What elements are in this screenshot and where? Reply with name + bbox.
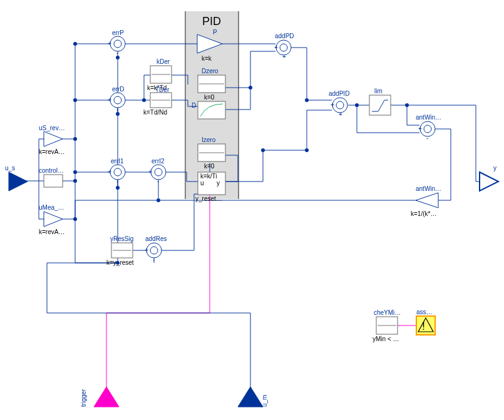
svg-marker-22	[44, 131, 63, 146]
svg-text:D: D	[192, 102, 196, 109]
svg-text:errI2: errI2	[152, 158, 165, 165]
control-block: control…	[39, 167, 64, 187]
svg-text:addRes: addRes	[145, 235, 167, 242]
svg-text:Izero: Izero	[202, 136, 216, 143]
svg-text:yMin < …: yMin < …	[373, 335, 399, 342]
svg-text:-: -	[157, 178, 159, 185]
svg-text:antWin…: antWin…	[416, 185, 441, 192]
us-rev-gain: uS_rev… k=revA…	[39, 125, 65, 155]
svg-text:k=k/Ti: k=k/Ti	[200, 173, 217, 180]
svg-text:k=revA…: k=revA…	[39, 228, 64, 235]
svg-text:-: -	[116, 49, 118, 56]
svg-text:control…: control…	[39, 167, 64, 174]
svg-point-21	[157, 198, 160, 202]
svg-text:uS_rev…: uS_rev…	[39, 125, 65, 131]
svg-text:-: -	[426, 135, 428, 141]
svg-text:Dzero: Dzero	[202, 68, 219, 74]
svg-point-18	[355, 103, 359, 107]
umea-gain: uMea_… k=revA…	[39, 204, 64, 235]
svg-marker-119	[238, 387, 263, 407]
svg-text:-: -	[116, 178, 118, 185]
svg-point-15	[305, 148, 309, 152]
svg-text:k=0: k=0	[204, 163, 215, 170]
svg-text:k=y_reset: k=y_reset	[106, 259, 134, 266]
svg-text:+: +	[148, 168, 152, 175]
svg-text:lim: lim	[374, 88, 383, 95]
svg-text:+: +	[274, 44, 278, 51]
svg-text:u_s: u_s	[5, 165, 15, 172]
svg-text:k=1/(k*…: k=1/(k*…	[411, 210, 436, 217]
antwin2-gain: antWin… k=1/(k*…	[411, 185, 441, 217]
svg-rect-86	[369, 95, 391, 115]
svg-marker-115	[480, 172, 498, 191]
addres-adder: addRes + -	[145, 235, 167, 263]
svg-text:k=revA…: k=revA…	[39, 148, 64, 155]
svg-text:+: +	[331, 101, 334, 108]
svg-text:yResSig: yResSig	[110, 235, 133, 242]
svg-text:k=0: k=0	[204, 94, 215, 101]
svg-point-3	[73, 179, 77, 183]
svg-text:+: +	[145, 247, 148, 254]
svg-text:cheYMi…: cheYMi…	[374, 309, 401, 316]
svg-text:kDer: kDer	[157, 58, 170, 65]
svg-text:+: +	[418, 125, 422, 132]
svg-text:P: P	[213, 29, 217, 36]
svg-text:+: +	[282, 53, 286, 60]
svg-text:uMea_…: uMea_…	[39, 204, 64, 211]
svg-text:errD: errD	[112, 86, 124, 93]
erri2-adder: errI2 + -	[148, 158, 166, 185]
svg-text:+: +	[339, 111, 342, 118]
svg-text:errP: errP	[112, 29, 124, 36]
svg-text:u: u	[200, 180, 204, 187]
addpd-adder: addPD + +	[274, 33, 294, 60]
svg-text:errI1: errI1	[111, 158, 124, 165]
svg-point-12	[142, 98, 146, 102]
cheymi-block: cheYMi… yMin < …	[373, 309, 401, 342]
i-block: k=k/Ti u y y_reset…	[195, 172, 225, 202]
svg-text:-: -	[153, 256, 155, 263]
svg-text:y_reset…: y_reset…	[195, 195, 222, 202]
lim-block: lim	[369, 88, 391, 115]
svg-text:antWin…: antWin…	[416, 114, 441, 121]
svg-rect-25	[44, 175, 63, 187]
svg-text:TDer: TDer	[155, 86, 170, 93]
errd-adder: errD + -	[108, 86, 125, 113]
svg-point-16	[261, 148, 265, 152]
y-port[interactable]: y	[480, 165, 498, 191]
svg-marker-117	[94, 387, 119, 407]
svg-text:-: -	[116, 106, 118, 113]
svg-point-2	[73, 137, 77, 141]
svg-text:+: +	[108, 168, 111, 175]
svg-text:u_m: u_m	[261, 395, 268, 407]
svg-text:k=k: k=k	[202, 55, 212, 62]
svg-text:y: y	[493, 165, 496, 172]
trigger-port[interactable]: trigger	[80, 387, 119, 407]
svg-point-20	[305, 98, 309, 102]
svg-text:y: y	[217, 180, 220, 187]
svg-text:+: +	[108, 96, 111, 103]
addpid-adder: addPID + +	[329, 90, 349, 118]
assert-block: ! ass…	[416, 309, 435, 335]
u-s-port[interactable]: u_s	[5, 165, 28, 191]
svg-marker-93	[416, 193, 438, 208]
svg-text:+: +	[108, 40, 111, 47]
errp-adder: errP + -	[108, 29, 125, 56]
svg-text:addPID: addPID	[329, 90, 349, 97]
svg-point-17	[405, 103, 409, 107]
svg-marker-113	[9, 172, 28, 191]
erri1-adder: errI1 + -	[108, 158, 125, 185]
svg-text:trigger: trigger	[80, 389, 87, 407]
svg-text:ass…: ass…	[416, 309, 433, 315]
svg-marker-27	[44, 212, 63, 227]
svg-text:k=Td/Nd: k=Td/Nd	[143, 109, 167, 116]
svg-point-13	[249, 86, 252, 90]
controller-diagram: PID	[0, 0, 504, 420]
yressig-block: yResSig k=y_reset	[106, 235, 134, 266]
svg-text:addPD: addPD	[275, 33, 294, 39]
antwin1-adder: antWin… + -	[416, 114, 441, 141]
pid-title: PID	[202, 15, 221, 28]
u-m-port[interactable]: u_m	[238, 387, 268, 407]
